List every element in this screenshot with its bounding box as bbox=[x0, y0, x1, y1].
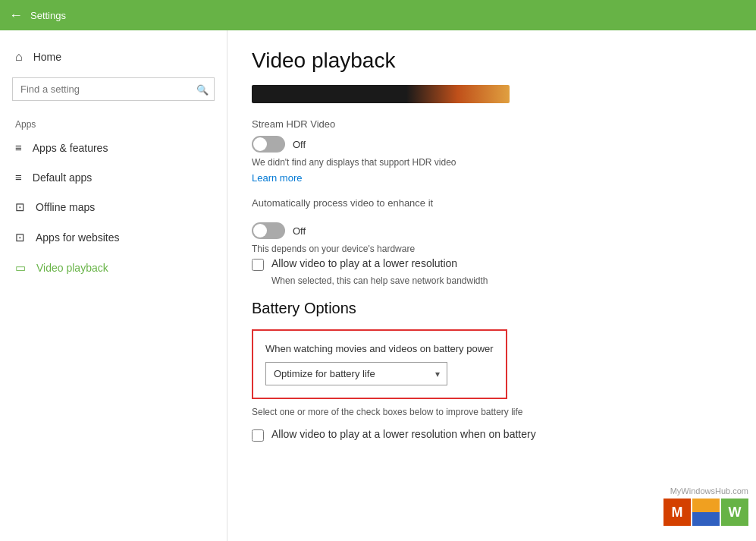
auto-process-helper: This depends on your device's hardware bbox=[252, 244, 732, 254]
stream-hdr-state: Off bbox=[293, 139, 306, 150]
learn-more-link[interactable]: Learn more bbox=[252, 172, 302, 184]
watermark-blue bbox=[692, 512, 720, 526]
watermark-text: MyWindowsHub.com bbox=[670, 486, 748, 495]
apps-websites-icon: ⊡ bbox=[15, 231, 25, 244]
apps-websites-label: Apps for websites bbox=[36, 231, 120, 244]
select-helper: Select one or more of the check boxes be… bbox=[252, 407, 732, 417]
auto-process-knob bbox=[253, 224, 267, 237]
watermark-blocks: M W bbox=[663, 499, 748, 526]
home-label: Home bbox=[33, 51, 61, 63]
battery-section-title: Battery Options bbox=[252, 300, 732, 317]
battery-box-label: When watching movies and videos on batte… bbox=[265, 343, 494, 354]
search-box-container: 🔍 bbox=[12, 77, 215, 101]
apps-section-label: Apps bbox=[0, 113, 227, 133]
title-bar: ← Settings bbox=[0, 0, 756, 30]
auto-process-state: Off bbox=[293, 225, 306, 237]
lower-res-battery-row: Allow video to play at a lower resolutio… bbox=[252, 428, 732, 442]
lower-res-checkbox[interactable] bbox=[252, 259, 264, 271]
default-apps-label: Default apps bbox=[33, 171, 93, 184]
home-icon: ⌂ bbox=[15, 50, 23, 64]
auto-process-toggle[interactable] bbox=[252, 222, 285, 239]
sidebar-item-apps-features[interactable]: ≡ Apps & features bbox=[0, 133, 227, 162]
stream-hdr-label: Stream HDR Video bbox=[252, 118, 732, 130]
search-icon: 🔍 bbox=[196, 83, 209, 95]
lower-res-battery-checkbox[interactable] bbox=[252, 429, 264, 442]
battery-dropdown[interactable]: Optimize for battery life Optimize for v… bbox=[265, 362, 447, 385]
sidebar-item-video-playback[interactable]: ▭ Video playback bbox=[0, 253, 227, 283]
sidebar-home[interactable]: ⌂ Home bbox=[0, 42, 227, 71]
watermark-m-block: M bbox=[663, 499, 691, 526]
sidebar-item-apps-websites[interactable]: ⊡ Apps for websites bbox=[0, 222, 227, 253]
sidebar-item-default-apps[interactable]: ≡ Default apps bbox=[0, 162, 227, 192]
lower-res-helper: When selected, this can help save networ… bbox=[271, 275, 732, 286]
stream-hdr-toggle-row: Off bbox=[252, 136, 732, 153]
stream-hdr-toggle[interactable] bbox=[252, 136, 285, 153]
stream-hdr-helper: We didn't find any displays that support… bbox=[252, 157, 732, 168]
apps-features-label: Apps & features bbox=[33, 142, 108, 154]
apps-features-icon: ≡ bbox=[15, 141, 22, 154]
battery-dropdown-wrapper: Optimize for battery life Optimize for v… bbox=[265, 362, 447, 385]
stream-hdr-knob bbox=[253, 137, 267, 151]
header-image bbox=[252, 85, 510, 103]
watermark: MyWindowsHub.com M W bbox=[663, 486, 748, 526]
auto-process-toggle-row: Off bbox=[252, 222, 732, 239]
lower-res-label: Allow video to play at a lower resolutio… bbox=[271, 257, 457, 269]
lower-res-row: Allow video to play at a lower resolutio… bbox=[252, 257, 732, 271]
video-playback-icon: ▭ bbox=[15, 261, 26, 275]
back-button[interactable]: ← bbox=[9, 8, 23, 24]
title-text: Settings bbox=[30, 10, 66, 21]
video-playback-label: Video playback bbox=[36, 262, 108, 274]
search-input[interactable] bbox=[12, 77, 215, 101]
main-layout: ⌂ Home 🔍 Apps ≡ Apps & features ≡ Defaul… bbox=[0, 30, 756, 541]
watermark-orange bbox=[692, 499, 720, 512]
offline-maps-label: Offline maps bbox=[36, 201, 95, 213]
content-area: Video playback Stream HDR Video Off We d… bbox=[227, 30, 756, 541]
lower-res-battery-label: Allow video to play at a lower resolutio… bbox=[271, 428, 536, 440]
offline-maps-icon: ⊡ bbox=[15, 200, 25, 214]
watermark-stack bbox=[692, 499, 720, 526]
watermark-w-block: W bbox=[721, 499, 748, 526]
default-apps-icon: ≡ bbox=[15, 171, 22, 184]
page-title: Video playback bbox=[252, 49, 732, 73]
auto-process-label: Automatically process video to enhance i… bbox=[252, 197, 732, 209]
sidebar-item-offline-maps[interactable]: ⊡ Offline maps bbox=[0, 192, 227, 222]
battery-box: When watching movies and videos on batte… bbox=[252, 329, 507, 399]
sidebar: ⌂ Home 🔍 Apps ≡ Apps & features ≡ Defaul… bbox=[0, 30, 227, 541]
